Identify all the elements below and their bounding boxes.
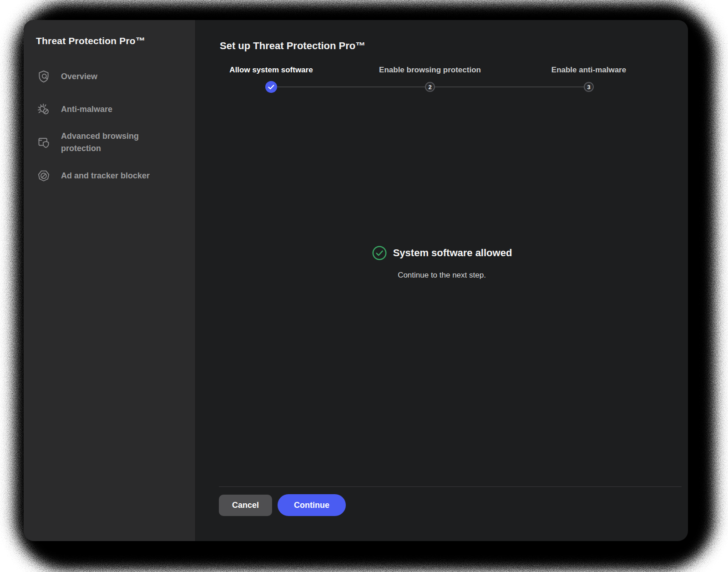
footer-actions: Cancel Continue [219, 494, 346, 516]
step-label-allow-system-software: Allow system software [229, 66, 313, 75]
success-check-icon [372, 245, 387, 261]
sidebar-item-advanced-browsing[interactable]: Advanced browsing protection [36, 130, 184, 155]
shield-search-icon [36, 69, 51, 84]
check-icon [265, 81, 277, 93]
setup-main-panel: Set up Threat Protection Pro™ Allow syst… [196, 20, 688, 541]
cancel-button[interactable]: Cancel [219, 495, 272, 516]
sidebar-item-label: Anti-malware [61, 103, 112, 116]
threat-protection-window: Threat Protection Pro™ Overview [24, 20, 688, 541]
status-subtitle: Continue to the next step. [398, 271, 486, 280]
step-2-dot: 2 [425, 82, 435, 92]
sidebar-item-label: Ad and tracker blocker [61, 170, 150, 182]
sidebar-item-overview[interactable]: Overview [36, 65, 184, 88]
step-label-enable-anti-malware: Enable anti-malware [551, 66, 626, 75]
setup-stepper: Allow system software Enable browsing pr… [196, 66, 688, 102]
step-2-number: 2 [425, 82, 435, 92]
step-1-completed-dot [265, 81, 277, 93]
footer-divider [219, 486, 682, 487]
step-3-number: 3 [584, 82, 594, 92]
sidebar-nav: Overview [36, 65, 184, 197]
status-message: System software allowed Continue to the … [196, 245, 688, 280]
step-3-dot: 3 [584, 82, 594, 92]
browser-shield-icon [36, 135, 51, 150]
status-heading-row: System software allowed [372, 245, 512, 261]
sidebar-item-label: Advanced browsing protection [61, 130, 159, 155]
status-title: System software allowed [393, 247, 512, 259]
bug-blocked-icon [36, 101, 51, 117]
sidebar: Threat Protection Pro™ Overview [24, 20, 196, 541]
step-label-enable-browsing-protection: Enable browsing protection [379, 66, 481, 75]
sidebar-title: Threat Protection Pro™ [36, 35, 184, 46]
page-title: Set up Threat Protection Pro™ [220, 40, 365, 52]
sidebar-item-anti-malware[interactable]: Anti-malware [36, 97, 184, 121]
ad-blocker-icon [36, 168, 51, 183]
sidebar-item-label: Overview [61, 71, 97, 83]
continue-button[interactable]: Continue [278, 494, 346, 516]
sidebar-item-ad-tracker-blocker[interactable]: Ad and tracker blocker [36, 164, 184, 187]
screenshot-stage: { "window": { "sidebar": { "title": "Thr… [0, 0, 728, 572]
